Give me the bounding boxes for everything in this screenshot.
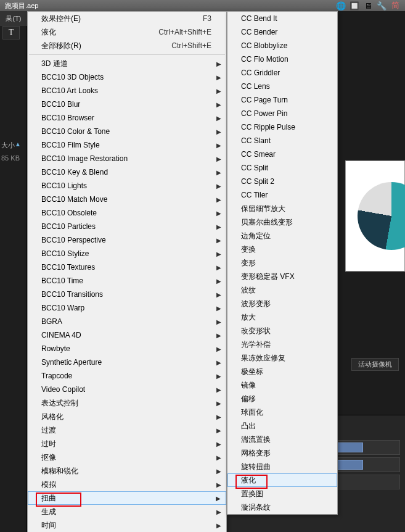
menu-item[interactable]: 抠像▶ bbox=[28, 451, 226, 464]
menu-item[interactable]: 表达式控制▶ bbox=[28, 396, 226, 410]
submenu-arrow-icon: ▶ bbox=[216, 414, 221, 420]
menu-item[interactable]: 扭曲▶ bbox=[28, 491, 226, 505]
menu-item-label: Synthetic Aperture bbox=[41, 358, 102, 367]
menu-item[interactable]: 边角定位 bbox=[227, 229, 337, 243]
menu-item[interactable]: CC Smear bbox=[227, 148, 337, 161]
menu-item[interactable]: 改变形状 bbox=[227, 324, 337, 338]
effects-menu[interactable]: 效果控件(E)F3液化Ctrl+Alt+Shift+E全部移除(R)Ctrl+S… bbox=[27, 11, 227, 532]
menu-item[interactable]: CC Split bbox=[227, 161, 337, 175]
menu-item[interactable]: BGRA▶ bbox=[28, 315, 226, 328]
menu-item-label: 光学补偿 bbox=[241, 339, 271, 350]
submenu-arrow-icon: ▶ bbox=[216, 169, 221, 176]
menu-item[interactable]: 置换图 bbox=[227, 487, 337, 501]
menu-item[interactable]: CC Page Turn bbox=[227, 93, 337, 107]
menu-item[interactable]: Synthetic Aperture▶ bbox=[28, 355, 226, 369]
panel-icon[interactable]: 🔲 bbox=[350, 1, 359, 10]
menu-item[interactable]: BCC10 Browser▶ bbox=[28, 111, 226, 125]
menu-item-label: 风格化 bbox=[41, 412, 63, 422]
menu-item[interactable]: 贝塞尔曲线变形 bbox=[227, 215, 337, 229]
menu-item[interactable]: CC Griddler bbox=[227, 66, 337, 80]
menu-item[interactable]: BCC10 Color & Tone▶ bbox=[28, 125, 226, 138]
menu-item[interactable]: BCC10 Warp▶ bbox=[28, 301, 226, 315]
menu-item[interactable]: BCC10 Blur▶ bbox=[28, 98, 226, 111]
menu-item-label: BCC10 Key & Blend bbox=[41, 168, 108, 177]
active-camera-button[interactable]: 活动摄像机 bbox=[351, 358, 399, 371]
submenu-arrow-icon: ▶ bbox=[216, 509, 221, 515]
menu-item[interactable]: CINEMA 4D▶ bbox=[28, 328, 226, 342]
menu-item[interactable]: Rowbyte▶ bbox=[28, 342, 226, 355]
menu-item[interactable]: 生成▶ bbox=[28, 505, 226, 518]
menu-item[interactable]: CC Lens bbox=[227, 80, 337, 93]
menu-item[interactable]: 极坐标 bbox=[227, 365, 337, 378]
menu-item[interactable]: 网格变形 bbox=[227, 446, 337, 460]
submenu-arrow-icon: ▶ bbox=[216, 481, 221, 488]
menu-item[interactable]: 保留细节放大 bbox=[227, 202, 337, 215]
type-tool-button[interactable]: T bbox=[2, 26, 20, 39]
menu-item[interactable]: 过时▶ bbox=[28, 437, 226, 451]
menu-item[interactable]: 变换 bbox=[227, 243, 337, 256]
workspace-icon[interactable]: 🌐 bbox=[336, 1, 346, 10]
panel-tab[interactable]: 果(T) bbox=[0, 11, 27, 26]
menu-item[interactable]: 全部移除(R)Ctrl+Shift+E bbox=[28, 39, 226, 52]
menu-item[interactable]: CC Ripple Pulse bbox=[227, 120, 337, 134]
submenu-arrow-icon: ▶ bbox=[216, 101, 221, 108]
menu-item[interactable]: CC Bender bbox=[227, 25, 337, 39]
menu-item[interactable]: BCC10 Time▶ bbox=[28, 274, 226, 288]
menu-item[interactable]: Trapcode▶ bbox=[28, 369, 226, 383]
menu-item-label: CC Griddler bbox=[241, 69, 280, 77]
menu-item[interactable]: BCC10 Obsolete▶ bbox=[28, 206, 226, 220]
menu-item[interactable]: BCC10 Film Style▶ bbox=[28, 138, 226, 152]
menu-item[interactable]: CC Flo Motion bbox=[227, 52, 337, 66]
menu-item[interactable]: BCC10 Art Looks▶ bbox=[28, 84, 226, 98]
menu-item-label: 湍流置换 bbox=[241, 434, 271, 445]
menu-item[interactable]: CC Slant bbox=[227, 134, 337, 148]
submenu-arrow-icon: ▶ bbox=[216, 115, 221, 122]
menu-item[interactable]: 过渡▶ bbox=[28, 423, 226, 437]
menu-item[interactable]: 变形 bbox=[227, 256, 337, 270]
menu-item[interactable]: 波形变形 bbox=[227, 297, 337, 310]
menu-item[interactable]: BCC10 Particles▶ bbox=[28, 220, 226, 233]
menu-item-label: Trapcode bbox=[41, 372, 72, 380]
menu-item[interactable]: CC Split 2 bbox=[227, 175, 337, 188]
menu-item[interactable]: BCC10 3D Objects▶ bbox=[28, 70, 226, 84]
menu-item[interactable]: 3D 通道▶ bbox=[28, 57, 226, 70]
menu-item[interactable]: CC Blobbylize bbox=[227, 39, 337, 52]
submenu-arrow-icon: ▶ bbox=[216, 88, 221, 94]
screen-icon[interactable]: 🖥 bbox=[363, 1, 373, 10]
menu-item[interactable]: 镜像 bbox=[227, 378, 337, 392]
menu-item[interactable]: CC Tiler bbox=[227, 188, 337, 202]
menu-item[interactable]: 模拟▶ bbox=[28, 478, 226, 491]
menu-item[interactable]: BCC10 Stylize▶ bbox=[28, 247, 226, 260]
menu-item[interactable]: 漩涡条纹 bbox=[227, 501, 337, 514]
menu-item[interactable]: BCC10 Image Restoration▶ bbox=[28, 152, 226, 165]
menu-item[interactable]: 放大 bbox=[227, 310, 337, 324]
menu-item[interactable]: BCC10 Match Move▶ bbox=[28, 193, 226, 206]
menu-item[interactable]: 变形稳定器 VFX bbox=[227, 270, 337, 283]
menu-item[interactable]: 液化Ctrl+Alt+Shift+E bbox=[28, 25, 226, 39]
menu-item[interactable]: BCC10 Perspective▶ bbox=[28, 233, 226, 247]
menu-item[interactable]: 风格化▶ bbox=[28, 410, 226, 423]
menu-item[interactable]: CC Power Pin bbox=[227, 107, 337, 120]
menu-item[interactable]: 波纹 bbox=[227, 283, 337, 297]
menu-item[interactable]: 偏移 bbox=[227, 392, 337, 405]
menu-item[interactable]: 果冻效应修复 bbox=[227, 351, 337, 365]
menu-item[interactable]: BCC10 Transitions▶ bbox=[28, 288, 226, 301]
lang-icon[interactable]: 简 bbox=[390, 1, 400, 10]
menu-item[interactable]: 模糊和锐化▶ bbox=[28, 464, 226, 478]
menu-item[interactable]: BCC10 Textures▶ bbox=[28, 260, 226, 274]
menu-item[interactable]: 液化 bbox=[227, 473, 337, 487]
distort-submenu[interactable]: CC Bend ItCC BenderCC BlobbylizeCC Flo M… bbox=[227, 11, 338, 515]
menu-item[interactable]: 效果控件(E)F3 bbox=[28, 12, 226, 25]
menu-item[interactable]: 球面化 bbox=[227, 405, 337, 419]
menu-item[interactable]: 旋转扭曲 bbox=[227, 460, 337, 473]
menu-item[interactable]: BCC10 Lights▶ bbox=[28, 179, 226, 193]
menu-item[interactable]: CC Bend It bbox=[227, 12, 337, 25]
menu-item[interactable]: BCC10 Key & Blend▶ bbox=[28, 165, 226, 179]
settings-icon[interactable]: 🔧 bbox=[377, 1, 387, 10]
menu-item-label: 过渡 bbox=[41, 425, 56, 436]
menu-item[interactable]: 时间▶ bbox=[28, 518, 226, 532]
menu-item[interactable]: 湍流置换 bbox=[227, 433, 337, 446]
menu-item[interactable]: Video Copilot▶ bbox=[28, 383, 226, 396]
menu-item[interactable]: 凸出 bbox=[227, 419, 337, 433]
menu-item[interactable]: 光学补偿 bbox=[227, 338, 337, 351]
